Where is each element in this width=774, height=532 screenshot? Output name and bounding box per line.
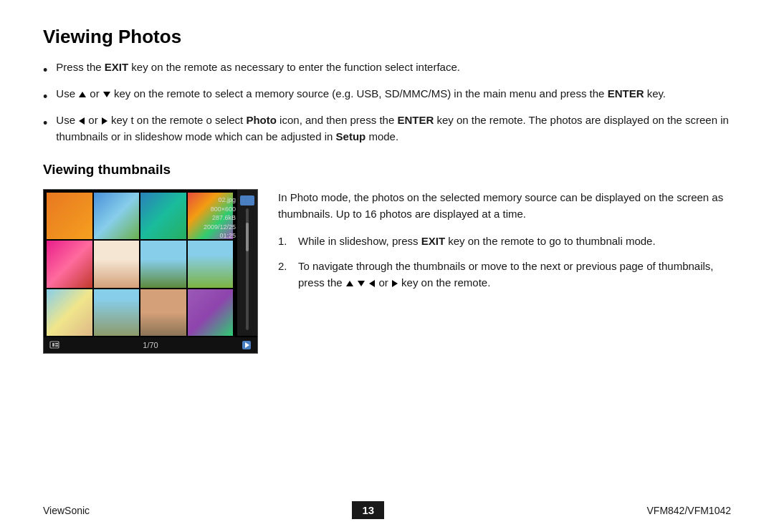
bullet-dot-1: • (43, 61, 47, 80)
right-content: In Photo mode, the photos on the selecte… (278, 189, 731, 299)
thumb-filename: 02.jpg (204, 195, 236, 205)
thumb-time: 01:25 (204, 231, 236, 241)
thumb-cell-10 (94, 289, 140, 336)
thumb-sidebar (237, 190, 257, 336)
thumb-page-indicator: 1/70 (143, 341, 158, 349)
thumb-date: 2009/12/25 (204, 223, 236, 232)
content-section: 02.jpg 800×600 287.6kB 2009/12/25 01:25 … (43, 189, 731, 354)
thumb-info-bar: 02.jpg 800×600 287.6kB 2009/12/25 01:25 (204, 195, 236, 241)
bullet-text-2: Use or key on the remote to select a mem… (56, 86, 666, 102)
section-title: Viewing thumbnails (43, 162, 731, 178)
thumb-cell-8 (188, 241, 234, 287)
svg-rect-1 (52, 343, 54, 347)
bullet-text-1: Press the EXIT key on the remote as nece… (56, 59, 460, 76)
numbered-text-2: To navigate through the thumbnails or mo… (298, 258, 731, 291)
thumb-cell-2 (94, 193, 140, 239)
num-label-2: 2. (278, 258, 298, 274)
thumb-sidebar-scroll (246, 208, 249, 330)
enter-bold-2: ENTER (397, 114, 434, 126)
thumb-bottom-left-icon (49, 340, 59, 350)
numbered-text-1: While in slideshow, press EXIT key on th… (298, 233, 656, 249)
numbered-list: 1. While in slideshow, press EXIT key on… (278, 233, 731, 291)
thumb-size: 287.6kB (204, 213, 236, 223)
arrow-left-icon-1 (79, 117, 85, 125)
svg-rect-2 (55, 343, 58, 344)
footer-page-number: 13 (352, 501, 384, 519)
arrow-left-icon-2 (369, 280, 375, 287)
bullet-text-3: Use or key t on the remote o select Phot… (56, 112, 731, 145)
thumb-cell-11 (140, 289, 186, 336)
setup-bold: Setup (336, 130, 366, 142)
arrow-up-icon (79, 92, 86, 97)
bullet-dot-3: • (43, 114, 47, 133)
num-label-1: 1. (278, 233, 298, 249)
thumb-cell-7 (140, 241, 186, 287)
exit-bold-1: EXIT (105, 61, 128, 73)
thumb-cell-1 (47, 193, 92, 239)
bullet-item-2: • Use or key on the remote to select a m… (43, 86, 731, 107)
arrow-down-icon-2 (358, 281, 365, 286)
svg-rect-3 (55, 345, 58, 347)
thumb-resolution: 800×600 (204, 205, 236, 214)
thumb-cell-12 (188, 289, 234, 336)
numbered-item-2: 2. To navigate through the thumbnails or… (278, 258, 731, 291)
exit-bold-2: EXIT (421, 235, 445, 247)
numbered-item-1: 1. While in slideshow, press EXIT key on… (278, 233, 731, 249)
thumb-sidebar-icon (240, 195, 254, 205)
footer-brand: ViewSonic (43, 505, 90, 516)
bullet-item-3: • Use or key t on the remote o select Ph… (43, 112, 731, 145)
bullet-dot-2: • (43, 87, 47, 107)
arrow-right-icon-2 (392, 280, 398, 287)
footer-model: VFM842/VFM1042 (647, 505, 732, 516)
thumb-bottom-bar: 1/70 (44, 337, 257, 353)
thumbnail-screenshot: 02.jpg 800×600 287.6kB 2009/12/25 01:25 … (43, 189, 258, 354)
arrow-down-icon (103, 92, 110, 97)
photo-bold: Photo (246, 114, 277, 126)
page-container: Viewing Photos • Press the EXIT key on t… (0, 0, 774, 532)
bullet-item-1: • Press the EXIT key on the remote as ne… (43, 59, 731, 80)
intro-paragraph: In Photo mode, the photos on the selecte… (278, 189, 731, 223)
thumb-cell-3 (140, 193, 186, 239)
thumb-cell-5 (47, 241, 92, 287)
arrow-up-icon-2 (346, 281, 353, 286)
arrow-right-icon-1 (102, 117, 108, 125)
thumb-cell-9 (47, 289, 92, 336)
thumb-cell-6 (94, 241, 140, 287)
thumb-bottom-right-icon (242, 340, 252, 350)
page-title: Viewing Photos (43, 26, 731, 48)
enter-bold-1: ENTER (608, 87, 644, 100)
bullet-list: • Press the EXIT key on the remote as ne… (43, 59, 731, 145)
page-footer: ViewSonic 13 VFM842/VFM1042 (0, 501, 774, 519)
